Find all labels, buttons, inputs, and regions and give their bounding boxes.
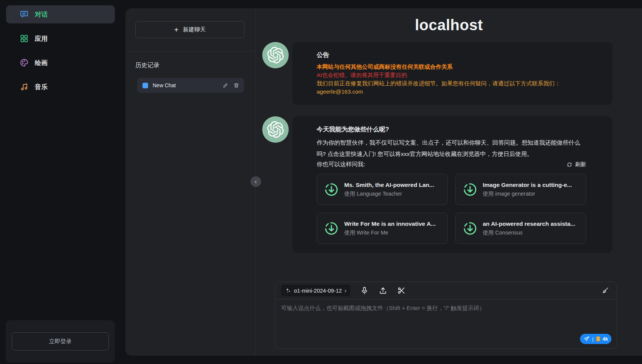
apps-icon [20, 34, 29, 43]
use-app-icon [324, 182, 339, 197]
announcement-line: 本网站与任何其他公司或商标没有任何关联或合作关系 [317, 63, 586, 71]
chat-icon [20, 10, 29, 19]
use-app-icon [463, 182, 478, 197]
suggestion-title: Write For Me is an innovative A... [344, 221, 436, 227]
model-selector[interactable]: o1-mini-2024-09-12 › [281, 285, 350, 296]
contact-email-link[interactable]: ageerle@163.com [317, 88, 586, 96]
chevron-right-icon: › [345, 287, 347, 294]
sidebar-item-label: 应用 [35, 34, 48, 43]
refresh-icon [566, 162, 572, 168]
microphone-button[interactable] [360, 286, 369, 295]
sidebar-item-drawing[interactable]: 绘画 [6, 54, 115, 72]
chat-item-icon [142, 83, 148, 88]
announcement-line: 我们目前正在修复我们网站上的错误并改进细节。如果您有任何疑问，请通过以下方式联系… [317, 79, 586, 88]
suggestion-subtitle: 使用 Consensus [483, 229, 575, 236]
broom-icon [601, 287, 609, 295]
message-welcome: 今天我能为您做些什么呢? 作为你的智慧伙伴，我不仅可以写文案、出点子，还可以和你… [262, 116, 613, 253]
welcome-heading: 今天我能为您做些什么呢? [317, 125, 586, 134]
announcement-heading: 公告 [317, 51, 586, 59]
history-title: 历史记录 [135, 62, 255, 69]
assistant-avatar [262, 42, 289, 68]
sidebar: 对话 应用 绘画 [0, 0, 121, 364]
suggestion-title: Image Generator is a cutting-e... [483, 182, 572, 188]
palette-icon [20, 58, 29, 67]
announcement-line: AI也会犯错。请勿将其用于重要目的 [317, 71, 586, 79]
refresh-suggestions-button[interactable]: 刷新 [566, 161, 586, 168]
suggestion-title: Ms. Smith, the AI-powered Lan... [344, 182, 434, 188]
chat-item-title: New Chat [153, 82, 218, 88]
suggestion-card[interactable]: Ms. Smith, the AI-powered Lan... 使用 Lang… [317, 174, 448, 205]
microphone-icon [360, 286, 369, 295]
message-input[interactable]: 可输入说点什么，也可贴截图或拖拽文件（Shift + Enter = 换行，"/… [275, 299, 617, 349]
upload-button[interactable] [379, 286, 387, 295]
chat-main: localhost 公告 本网站与任何其他公司或商标没有任何关联或合作关系 AI… [256, 8, 642, 356]
suggestion-card[interactable]: an AI-powered research assista... 使用 Con… [455, 213, 586, 244]
page-title: localhost [256, 17, 642, 34]
new-chat-label: 新建聊天 [183, 26, 206, 33]
suggestion-subtitle: 使用 Language Teacher [344, 190, 434, 197]
message-announcement: 公告 本网站与任何其他公司或商标没有任何关联或合作关系 AI也会犯错。请勿将其用… [262, 42, 613, 105]
sidebar-item-chat[interactable]: 对话 [6, 5, 115, 23]
use-app-icon [463, 221, 478, 236]
suggestion-cards: Ms. Smith, the AI-powered Lan... 使用 Lang… [317, 174, 586, 244]
composer-toolbar: o1-mini-2024-09-12 › [275, 282, 617, 299]
divider [125, 51, 255, 52]
message-list: 公告 本网站与任何其他公司或商标没有任何关联或合作关系 AI也会犯错。请勿将其用… [262, 42, 613, 264]
input-placeholder: 可输入说点什么，也可贴截图或拖拽文件（Shift + Enter = 换行，"/… [281, 305, 611, 312]
refresh-label: 刷新 [575, 161, 586, 168]
token-coin-icon [596, 336, 600, 342]
suggestion-title: an AI-powered research assista... [483, 221, 575, 227]
screenshot-button[interactable] [397, 286, 406, 295]
upload-icon [379, 286, 387, 295]
use-app-icon [324, 221, 339, 236]
content-container: + 新建聊天 历史记录 New Chat [125, 8, 642, 356]
sparkle-icon [285, 287, 291, 294]
edit-icon[interactable] [222, 82, 229, 89]
composer: o1-mini-2024-09-12 › [275, 282, 617, 349]
delete-icon[interactable] [233, 82, 240, 89]
announcement-bubble: 公告 本网站与任何其他公司或商标没有任何关联或合作关系 AI也会犯错。请勿将其用… [292, 42, 613, 105]
suggestion-subtitle: 使用 Write For Me [344, 229, 436, 236]
sidebar-item-apps[interactable]: 应用 [6, 29, 115, 48]
sidebar-item-label: 音乐 [35, 83, 48, 91]
send-icon [583, 336, 590, 342]
divider: | [592, 336, 593, 342]
assistant-avatar [262, 116, 289, 143]
login-button[interactable]: 立即登录 [12, 332, 109, 350]
chat-history-item[interactable]: New Chat [137, 78, 244, 93]
suggestion-card[interactable]: Image Generator is a cutting-e... 使用 ima… [455, 174, 586, 205]
sidebar-item-label: 对话 [35, 10, 48, 19]
sidebar-item-label: 绘画 [35, 59, 48, 67]
welcome-body: 作为你的智慧伙伴，我不仅可以写文案、出点子，还可以和你聊天、回答问题。想知道我还… [317, 137, 586, 160]
scissors-icon [397, 286, 406, 295]
model-name: o1-mini-2024-09-12 [294, 288, 342, 294]
music-icon [20, 82, 29, 91]
clear-chat-button[interactable] [601, 287, 609, 295]
plus-icon: + [174, 26, 179, 34]
ask-hint: 你也可以这样问我: [317, 160, 365, 168]
login-panel: 立即登录 [6, 320, 115, 362]
chat-list-panel: + 新建聊天 历史记录 New Chat [125, 8, 256, 356]
send-button[interactable]: | 4k [580, 334, 611, 344]
collapse-sidebar-button[interactable]: ‹ [251, 176, 261, 187]
suggestion-card[interactable]: Write For Me is an innovative A... 使用 Wr… [317, 213, 448, 244]
new-chat-button[interactable]: + 新建聊天 [135, 21, 244, 38]
suggestion-subtitle: 使用 image generator [483, 190, 572, 197]
hint-row: 你也可以这样问我: 刷新 [317, 160, 586, 168]
welcome-bubble: 今天我能为您做些什么呢? 作为你的智慧伙伴，我不仅可以写文案、出点子，还可以和你… [292, 116, 613, 253]
openai-logo-icon [267, 47, 284, 63]
sidebar-item-music[interactable]: 音乐 [6, 78, 115, 96]
openai-logo-icon [267, 121, 284, 138]
token-count: 4k [603, 336, 608, 342]
